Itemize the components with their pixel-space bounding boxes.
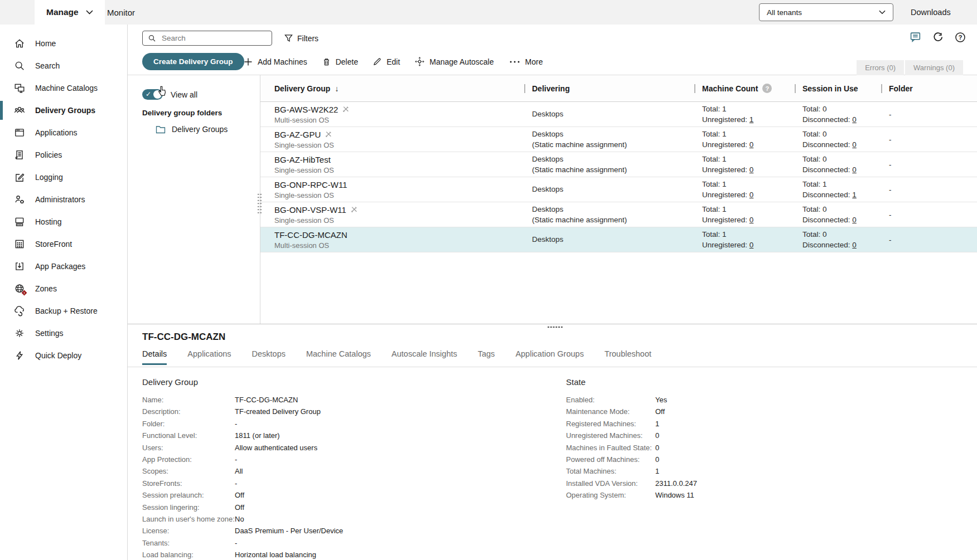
column-header-session-in-use[interactable]: Session in Use [795,84,881,93]
table-row[interactable]: TF-CC-DG-MCAZNMulti-session OS Desktops … [260,227,977,252]
os-type: Multi-session OS [274,115,524,125]
table-row[interactable]: BG-AWS-W2K22Multi-session OS Desktops To… [260,102,977,127]
tab-tags[interactable]: Tags [478,349,495,365]
warnings-button[interactable]: Warnings (0) [905,60,963,75]
detail-field: Maintenance Mode:Off [566,406,697,417]
tab-desktops[interactable]: Desktops [252,349,286,365]
column-header-machine-count[interactable]: Machine Count ? [694,84,795,93]
column-header-folder[interactable]: Folder [881,84,977,93]
sidebar-item-storefront[interactable]: StoreFront [0,233,127,255]
delivery-group-name: TF-CC-DG-MCAZN [274,230,347,240]
detail-field: Machines in Faulted State:0 [566,442,697,454]
session-total: Total: 1 [802,179,881,189]
unregistered-count-link[interactable]: 0 [749,165,754,174]
sidebar-item-machine-catalogs[interactable]: Machine Catalogs [0,77,127,99]
help-icon[interactable]: ? [955,32,966,43]
unregistered-count-link[interactable]: 0 [749,216,754,224]
sidebar-item-policies[interactable]: Policies [0,144,127,166]
section-heading: Delivery Group [142,377,343,387]
folder-item-delivery-groups[interactable]: Delivery Groups [156,125,228,134]
add-machines-button[interactable]: Add Machines [244,57,307,66]
machine-total: Total: 1 [702,104,795,114]
sidebar-item-label: Hosting [35,217,61,226]
downloads-link[interactable]: Downloads [911,0,951,25]
sidebar-item-backup-restore[interactable]: Backup + Restore [0,300,127,322]
tab-application-groups[interactable]: Application Groups [515,349,584,365]
sidebar-item-search[interactable]: Search [0,55,127,77]
disconnected-count-link[interactable]: 1 [852,191,857,199]
disconnected-count-link[interactable]: 0 [852,241,857,249]
field-label: Name: [142,394,235,406]
disconnected-count-link[interactable]: 0 [852,140,857,149]
tenant-selector[interactable]: All tenants [759,3,893,21]
panel-resize-handle[interactable] [257,193,262,215]
field-value: Horizontal load balancing [235,549,316,560]
unregistered-label: Unregistered: [702,140,747,149]
column-header-delivery-group[interactable]: Delivery Group ↓ [260,84,524,93]
search-box[interactable] [142,31,272,46]
filters-label: Filters [297,34,318,43]
folders-heading: Delivery group folders [142,109,222,117]
table-row[interactable]: BG-ONP-RPC-W11Single-session OS Desktops… [260,177,977,202]
sidebar-item-delivery-groups[interactable]: Delivery Groups [0,99,127,121]
unregistered-count-link[interactable]: 0 [749,191,754,199]
tools-icon [342,105,350,113]
folder-value: - [889,160,977,169]
tab-details[interactable]: Details [142,349,167,365]
table-row[interactable]: BG-AZ-HibTestSingle-session OS Desktops(… [260,152,977,177]
manage-tab[interactable]: Manage [35,0,105,25]
sidebar-item-administrators[interactable]: Administrators [0,188,127,211]
field-value: - [235,537,237,549]
unregistered-count-link[interactable]: 0 [749,241,754,249]
machine-total: Total: 1 [702,129,795,139]
monitor-tab[interactable]: Monitor [107,0,135,25]
sidebar-item-label: Delivery Groups [35,106,95,115]
column-header-delivering[interactable]: Delivering [524,84,694,93]
create-delivery-group-button[interactable]: Create Delivery Group [142,53,244,70]
sidebar-item-home[interactable]: Home [0,32,127,55]
sidebar-item-label: Logging [35,173,63,182]
delete-button[interactable]: Delete [322,57,358,66]
tab-autoscale-insights[interactable]: Autoscale Insights [391,349,457,365]
disconnected-count-link[interactable]: 0 [852,165,857,174]
detail-field: Powered off Machines:0 [566,454,697,465]
folder-value: - [889,110,977,119]
edit-button[interactable]: Edit [373,57,400,66]
refresh-icon[interactable] [932,32,944,43]
detail-field: Description:TF-created Delivery Group [142,406,343,417]
sidebar-item-applications[interactable]: Applications [0,121,127,144]
field-label: Installed VDA Version: [566,478,655,489]
unregistered-label: Unregistered: [702,191,747,199]
unregistered-count-link[interactable]: 1 [749,115,754,124]
machine-count-help-icon[interactable]: ? [762,84,772,93]
disconnected-count-link[interactable]: 0 [852,216,857,224]
table-row[interactable]: BG-ONP-VSP-W11Single-session OS Desktops… [260,202,977,227]
disconnected-count-link[interactable]: 0 [852,115,857,124]
sidebar-item-zones[interactable]: ! Zones [0,277,127,300]
machine-total: Total: 1 [702,230,795,240]
sidebar-item-hosting[interactable]: Hosting [0,211,127,233]
sidebar-item-app-packages[interactable]: App Packages [0,255,127,277]
more-button[interactable]: More [509,57,543,66]
column-label: Session in Use [802,84,858,93]
tab-applications[interactable]: Applications [187,349,231,365]
field-label: StoreFronts: [142,478,235,489]
feedback-icon[interactable] [910,31,921,43]
sidebar-item-logging[interactable]: Logging [0,166,127,188]
table-row[interactable]: BG-AZ-GPUSingle-session OS Desktops(Stat… [260,127,977,152]
filters-button[interactable]: Filters [284,31,318,46]
search-input[interactable] [161,33,267,43]
unregistered-count-link[interactable]: 0 [749,140,754,149]
detail-field: Tenants:- [142,537,343,549]
splitter-handle[interactable] [547,326,563,329]
tab-machine-catalogs[interactable]: Machine Catalogs [306,349,371,365]
view-all-toggle[interactable]: ✓ [142,89,163,100]
manage-autoscale-button[interactable]: Manage Autoscale [415,57,494,66]
action-label: Edit [386,57,400,66]
session-total: Total: 0 [802,104,881,114]
sidebar-item-quick-deploy[interactable]: Quick Deploy [0,344,127,367]
errors-button[interactable]: Errors (0) [857,60,904,75]
sidebar-item-settings[interactable]: Settings [0,322,127,344]
detail-tabs: Details Applications Desktops Machine Ca… [142,349,651,365]
tab-troubleshoot[interactable]: Troubleshoot [604,349,651,365]
